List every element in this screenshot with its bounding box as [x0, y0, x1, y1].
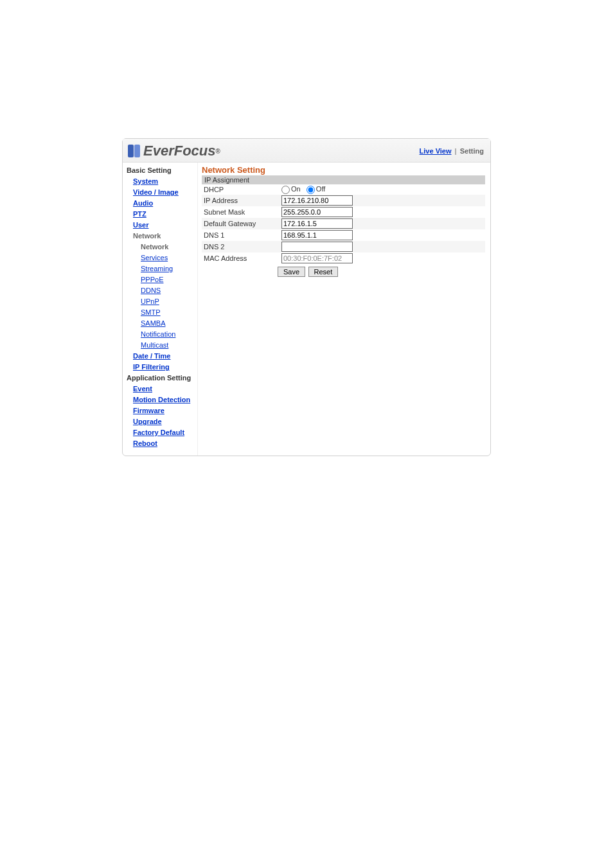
- dns1-label: DNS 1: [202, 229, 280, 241]
- ip-label: IP Address: [202, 195, 280, 206]
- dhcp-label: DHCP: [202, 184, 280, 195]
- sidebar-item-event[interactable]: Event: [125, 384, 197, 394]
- button-row: Save Reset: [202, 265, 485, 277]
- brand-text: EverFocus: [143, 143, 216, 159]
- body-row: Basic Setting System Video / Image Audio…: [123, 163, 490, 456]
- settings-table: DHCP On Off IP Address Subnet Mask: [202, 184, 485, 264]
- sidebar-item-user[interactable]: User: [125, 220, 197, 231]
- dns2-input[interactable]: [281, 242, 353, 252]
- sidebar-heading-application: Application Setting: [125, 373, 197, 384]
- svg-rect-0: [128, 145, 134, 157]
- section-heading: IP Assignment: [202, 175, 485, 184]
- sidebar-item-system[interactable]: System: [125, 176, 197, 187]
- sidebar-item-samba[interactable]: SAMBA: [125, 318, 197, 329]
- gateway-label: Default Gateway: [202, 218, 280, 229]
- setting-link-current: Setting: [460, 147, 484, 155]
- row-dhcp: DHCP On Off: [202, 184, 485, 195]
- brand-registered: ®: [216, 148, 220, 155]
- dhcp-off-radio[interactable]: [306, 186, 315, 194]
- sidebar-item-multicast[interactable]: Multicast: [125, 340, 197, 351]
- sidebar-item-services[interactable]: Services: [125, 252, 197, 263]
- sidebar-item-motion-detection[interactable]: Motion Detection: [125, 394, 197, 405]
- dns1-input[interactable]: [281, 230, 353, 240]
- sidebar-item-upnp[interactable]: UPnP: [125, 296, 197, 307]
- sidebar-item-video-image[interactable]: Video / Image: [125, 187, 197, 198]
- mac-label: MAC Address: [202, 252, 280, 264]
- mac-address-input: [281, 253, 353, 263]
- svg-rect-1: [134, 145, 140, 157]
- ip-address-input[interactable]: [281, 195, 353, 206]
- sidebar: Basic Setting System Video / Image Audio…: [123, 163, 197, 456]
- sidebar-item-audio[interactable]: Audio: [125, 198, 197, 209]
- sidebar-item-network-parent: Network: [125, 231, 197, 242]
- content-panel: Network Setting IP Assignment DHCP On Of…: [197, 163, 490, 456]
- sidebar-item-firmware[interactable]: Firmware: [125, 405, 197, 416]
- dns2-label: DNS 2: [202, 241, 280, 252]
- sidebar-item-ddns[interactable]: DDNS: [125, 285, 197, 296]
- dhcp-on-label: On: [291, 185, 301, 193]
- dhcp-on-radio[interactable]: [281, 186, 290, 194]
- sidebar-item-smtp[interactable]: SMTP: [125, 307, 197, 318]
- sidebar-item-streaming[interactable]: Streaming: [125, 263, 197, 274]
- page-title: Network Setting: [202, 165, 485, 175]
- sidebar-item-notification[interactable]: Notification: [125, 329, 197, 340]
- brand-logo: EverFocus®: [127, 143, 220, 159]
- row-gateway: Default Gateway: [202, 218, 485, 229]
- row-subnet: Subnet Mask: [202, 206, 485, 218]
- dhcp-off-option[interactable]: Off: [306, 185, 325, 193]
- subnet-mask-input[interactable]: [281, 207, 353, 217]
- sidebar-item-date-time[interactable]: Date / Time: [125, 351, 197, 362]
- subnet-label: Subnet Mask: [202, 206, 280, 218]
- row-ip: IP Address: [202, 195, 485, 206]
- row-mac: MAC Address: [202, 252, 485, 264]
- sidebar-item-factory-default[interactable]: Factory Default: [125, 427, 197, 438]
- logo-icon: [127, 143, 142, 159]
- row-dns2: DNS 2: [202, 241, 485, 252]
- row-dns1: DNS 1: [202, 229, 485, 241]
- sidebar-item-pppoe[interactable]: PPPoE: [125, 274, 197, 285]
- save-button[interactable]: Save: [278, 267, 305, 277]
- sidebar-item-reboot[interactable]: Reboot: [125, 438, 197, 449]
- sidebar-heading-basic: Basic Setting: [125, 165, 197, 176]
- default-gateway-input[interactable]: [281, 218, 353, 229]
- live-view-link[interactable]: Live View: [420, 147, 452, 155]
- header-bar: EverFocus® Live View | Setting: [123, 139, 490, 163]
- dhcp-off-label: Off: [316, 185, 325, 193]
- sidebar-item-upgrade[interactable]: Upgrade: [125, 416, 197, 427]
- reset-button[interactable]: Reset: [308, 267, 339, 277]
- top-nav: Live View | Setting: [420, 147, 484, 155]
- nav-separator: |: [455, 147, 457, 155]
- sidebar-item-ip-filtering[interactable]: IP Filtering: [125, 362, 197, 373]
- sidebar-item-ptz[interactable]: PTZ: [125, 209, 197, 220]
- app-window: EverFocus® Live View | Setting Basic Set…: [122, 138, 491, 456]
- dhcp-on-option[interactable]: On: [281, 185, 301, 193]
- sidebar-item-network-active: Network: [125, 242, 197, 252]
